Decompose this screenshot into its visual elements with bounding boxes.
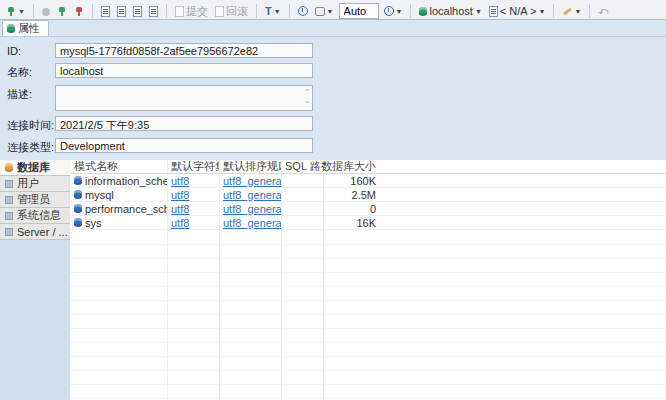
collation-link[interactable]: utf8_general_ [223,175,281,187]
chevron-down-icon[interactable]: ▼ [574,8,581,15]
chevron-down-icon[interactable]: ▼ [396,8,403,15]
database-icon [419,7,427,16]
subtab-label: 属性 [18,21,40,36]
category-label: 管理员 [17,192,50,207]
sync-button[interactable] [296,5,310,17]
category-label: 用户 [17,176,39,191]
toolbar-separator [289,4,290,18]
clock-icon [298,6,308,16]
description-label: 描述: [7,85,55,102]
category-admins[interactable]: 管理员 [0,192,70,208]
category-sysinfo[interactable]: 系统信息 [0,208,70,224]
collation-link[interactable]: utf8_general_ [223,203,281,215]
category-label: 系统信息 [17,208,61,223]
name-field[interactable]: localhost [55,63,313,78]
schema-name: performance_schema [85,203,167,215]
connect-type-field[interactable]: Development [55,138,313,153]
grid-empty-rows [70,231,666,400]
column-default-collation[interactable]: 默认排序规则 [219,160,281,174]
pin-icon [42,8,50,16]
new-sql-editor-button[interactable] [115,5,128,18]
auto-commit-combo[interactable] [339,3,379,19]
commit-button[interactable]: 提交 [173,3,210,20]
charset-link[interactable]: utf8 [171,217,189,229]
sql-path-cell [281,202,323,216]
chevron-down-icon[interactable]: ▼ [475,8,482,15]
chevron-down-icon[interactable]: ▼ [18,8,25,15]
tab-properties[interactable]: 属性 [2,20,49,36]
db-size-cell: 16K [323,216,380,230]
column-db-size[interactable]: 数据库大小 [323,160,380,174]
collation-link[interactable]: utf8_general_ [223,189,281,201]
column-sql-path[interactable]: SQL 路径 [281,160,323,174]
editor-bottom-section: 数据库 用户 管理员 系统信息 [0,160,666,400]
schema-icon [489,6,498,17]
category-server[interactable]: Server / ... [0,224,70,240]
rollback-label: 回滚 [226,4,248,19]
category-label: Server / ... [17,226,68,238]
rollback-button[interactable]: 回滚 [213,3,250,20]
charset-link[interactable]: utf8 [171,189,189,201]
back-arrow-icon: ⤺ [598,7,608,16]
connect-time-field[interactable]: 2021/2/5 下午9:35 [55,116,313,131]
schema-icon [74,218,82,227]
db-size-cell: 0 [323,202,380,216]
new-sql-editor-icon [117,6,126,17]
timer-icon [384,6,394,16]
pin-connection-button[interactable] [40,6,52,16]
auto-commit-input[interactable] [344,5,374,17]
disconnect-button[interactable] [72,5,86,18]
id-label: ID: [7,43,55,57]
db-size-cell: 160K [323,174,380,188]
timer-button[interactable]: ▼ [382,5,405,17]
recent-sql-button[interactable] [147,5,160,18]
form-row-description: 描述: ⌃ ⌄ [7,85,666,111]
category-sidebar: 数据库 用户 管理员 系统信息 [0,160,70,400]
id-field[interactable]: mysql5-1776fd0858f-2af5ee7956672e82 [55,43,313,58]
sql-path-cell [281,188,323,202]
grid-row-information-schema[interactable]: information_schema utf8 utf8_general_ 16… [70,174,666,188]
collation-link[interactable]: utf8_general_ [223,217,281,229]
toolbar-separator [33,4,34,18]
transaction-mode-button[interactable]: T ▼ [263,4,283,18]
scroll-down-icon[interactable]: ⌄ [304,96,310,105]
connect-button[interactable] [55,5,69,18]
transaction-icon: T [265,5,272,17]
schema-name: information_schema [85,175,167,187]
schema-icon [74,190,82,199]
edit-button[interactable]: ▼ [560,5,583,17]
active-connection-label: localhost [429,5,472,17]
network-icon [315,7,325,16]
undo-navigation-button[interactable]: ⤺ [596,6,610,17]
pencil-icon [562,6,572,16]
chevron-down-icon[interactable]: ▼ [539,8,546,15]
open-sql-script-icon [133,6,142,17]
network-button[interactable]: ▼ [313,6,336,17]
category-users[interactable]: 用户 [0,176,70,192]
category-databases[interactable]: 数据库 [0,160,70,176]
grid-row-performance-schema[interactable]: performance_schema utf8 utf8_general_ 0 [70,202,666,216]
new-connection-button[interactable]: ▼ [4,5,27,18]
charset-link[interactable]: utf8 [171,175,189,187]
active-connection-combo[interactable]: localhost ▼ [417,4,483,18]
chevron-down-icon[interactable]: ▼ [274,8,281,15]
open-sql-script-button[interactable] [131,5,144,18]
grid-row-mysql[interactable]: mysql utf8 utf8_general_ 2.5M [70,188,666,202]
column-default-charset[interactable]: 默认字符集 [167,160,219,174]
sql-editor-icon [101,6,110,17]
category-label: 数据库 [17,160,50,175]
active-schema-combo[interactable]: < N/A > ▼ [487,4,548,18]
toolbar-separator [410,4,411,18]
form-row-connect-type: 连接类型: Development [7,138,666,155]
chevron-down-icon[interactable]: ▼ [327,8,334,15]
column-schema-name[interactable]: 模式名称 [70,160,167,174]
scroll-up-icon[interactable]: ⌃ [304,87,310,96]
toolbar-separator [589,4,590,18]
grid-row-sys[interactable]: sys utf8 utf8_general_ 16K [70,216,666,230]
scroll-arrows[interactable]: ⌃ ⌄ [304,87,310,105]
sql-editor-button[interactable] [99,5,112,18]
connection-editor: localhost ✕ 属性 ID: mysql5-1776fd0858f-2a… [0,0,381,377]
charset-link[interactable]: utf8 [171,203,189,215]
description-field[interactable]: ⌃ ⌄ [55,85,313,111]
connection-properties-form: ID: mysql5-1776fd0858f-2af5ee7956672e82 … [0,37,666,155]
